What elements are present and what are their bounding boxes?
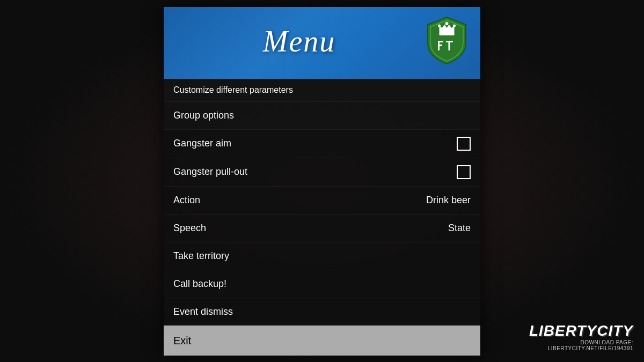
gangster-aim-label: Gangster aim bbox=[173, 138, 231, 149]
svg-point-2 bbox=[445, 22, 449, 25]
exit-label: Exit bbox=[173, 335, 191, 346]
watermark: LibertyCity DOWNLOAD PAGE: LIBERTYCITY.N… bbox=[529, 322, 633, 351]
speech-label: Speech bbox=[173, 223, 206, 234]
menu-title-wrap: Menu bbox=[174, 24, 424, 58]
menu-item-gangster-aim[interactable]: Gangster aim bbox=[164, 129, 480, 158]
gangster-pullout-label: Gangster pull-out bbox=[173, 166, 247, 178]
event-dismiss-label: Event dismiss bbox=[173, 306, 233, 317]
menu-item-action[interactable]: Action Drink beer bbox=[164, 186, 480, 214]
watermark-download-url: LIBERTYCITY.NET/FILE/194391 bbox=[529, 345, 633, 351]
menu-item-take-territory[interactable]: Take territory bbox=[164, 242, 480, 270]
customize-label: Customize different parameters bbox=[173, 85, 293, 94]
shield-badge bbox=[424, 15, 470, 68]
menu-item-event-dismiss[interactable]: Event dismiss bbox=[164, 298, 480, 326]
svg-point-3 bbox=[438, 24, 441, 27]
svg-rect-0 bbox=[440, 31, 455, 35]
menu-item-group-options[interactable]: Group options bbox=[164, 101, 480, 129]
menu-section-header: Customize different parameters bbox=[164, 79, 480, 101]
watermark-liberty: Liberty bbox=[529, 322, 597, 339]
menu-container: Menu bbox=[164, 7, 480, 356]
watermark-city: City bbox=[597, 322, 633, 339]
svg-rect-7 bbox=[438, 45, 442, 46]
gangster-aim-checkbox[interactable] bbox=[457, 137, 471, 151]
speech-value: State bbox=[448, 223, 471, 234]
menu-item-call-backup[interactable]: Call backup! bbox=[164, 270, 480, 298]
gangster-pullout-checkbox[interactable] bbox=[457, 165, 471, 179]
menu-header: Menu bbox=[164, 7, 480, 79]
action-label: Action bbox=[173, 195, 200, 206]
svg-rect-6 bbox=[438, 41, 443, 42]
action-value: Drink beer bbox=[426, 195, 471, 206]
svg-point-4 bbox=[453, 24, 456, 27]
menu-exit-button[interactable]: Exit bbox=[164, 326, 480, 356]
watermark-download-label: DOWNLOAD PAGE: bbox=[529, 339, 633, 345]
call-backup-label: Call backup! bbox=[173, 278, 226, 290]
watermark-title: LibertyCity bbox=[529, 322, 633, 339]
menu-title: Menu bbox=[263, 24, 336, 58]
menu-item-speech[interactable]: Speech State bbox=[164, 214, 480, 242]
menu-item-gangster-pullout[interactable]: Gangster pull-out bbox=[164, 158, 480, 186]
take-territory-label: Take territory bbox=[173, 250, 229, 262]
svg-rect-9 bbox=[449, 41, 450, 50]
menu-body: Customize different parameters Group opt… bbox=[164, 79, 480, 356]
group-options-label: Group options bbox=[173, 110, 234, 121]
